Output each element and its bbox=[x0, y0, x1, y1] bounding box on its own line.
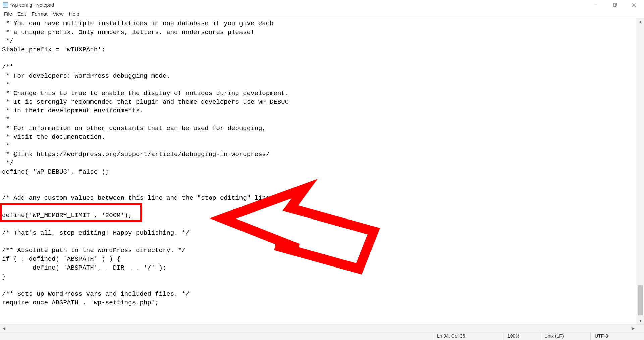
scroll-up-arrow-icon[interactable]: ▲ bbox=[637, 18, 644, 26]
vertical-scrollbar-thumb[interactable] bbox=[638, 285, 643, 315]
window-title: *wp-config - Notepad bbox=[10, 2, 54, 8]
close-button[interactable] bbox=[625, 0, 644, 10]
menu-format[interactable]: Format bbox=[29, 10, 50, 18]
scroll-left-arrow-icon[interactable]: ◀ bbox=[0, 325, 7, 332]
scrollbar-corner bbox=[637, 325, 644, 332]
maximize-icon bbox=[613, 3, 617, 7]
statusbar-zoom: 100% bbox=[503, 332, 540, 340]
horizontal-scrollbar-track[interactable] bbox=[7, 325, 629, 332]
scroll-right-arrow-icon[interactable]: ▶ bbox=[629, 325, 637, 332]
menubar: File Edit Format View Help bbox=[0, 10, 644, 18]
menu-file[interactable]: File bbox=[1, 10, 15, 18]
minimize-button[interactable] bbox=[586, 0, 605, 10]
editor-area: * You can have multiple installations in… bbox=[0, 18, 644, 324]
vertical-scrollbar[interactable]: ▲ ▼ bbox=[637, 18, 644, 324]
maximize-button[interactable] bbox=[605, 0, 625, 10]
statusbar-lncol: Ln 94, Col 35 bbox=[433, 332, 503, 340]
text-editor[interactable]: * You can have multiple installations in… bbox=[0, 18, 637, 324]
statusbar: Ln 94, Col 35 100% Unix (LF) UTF-8 bbox=[0, 332, 644, 340]
svg-rect-1 bbox=[613, 4, 616, 7]
vertical-scrollbar-track[interactable] bbox=[637, 26, 644, 317]
window-titlebar: *wp-config - Notepad bbox=[0, 0, 644, 10]
svg-rect-2 bbox=[614, 3, 616, 6]
close-icon bbox=[632, 3, 636, 7]
horizontal-scrollbar[interactable]: ◀ ▶ bbox=[0, 324, 644, 332]
notepad-app-icon bbox=[3, 2, 8, 8]
statusbar-encoding: UTF-8 bbox=[590, 332, 644, 340]
menu-edit[interactable]: Edit bbox=[15, 10, 29, 18]
minimize-icon bbox=[593, 3, 597, 7]
window-controls bbox=[586, 0, 644, 10]
statusbar-eol: Unix (LF) bbox=[540, 332, 590, 340]
statusbar-blank bbox=[0, 332, 433, 340]
scroll-down-arrow-icon[interactable]: ▼ bbox=[637, 317, 644, 324]
menu-view[interactable]: View bbox=[50, 10, 66, 18]
menu-help[interactable]: Help bbox=[66, 10, 82, 18]
